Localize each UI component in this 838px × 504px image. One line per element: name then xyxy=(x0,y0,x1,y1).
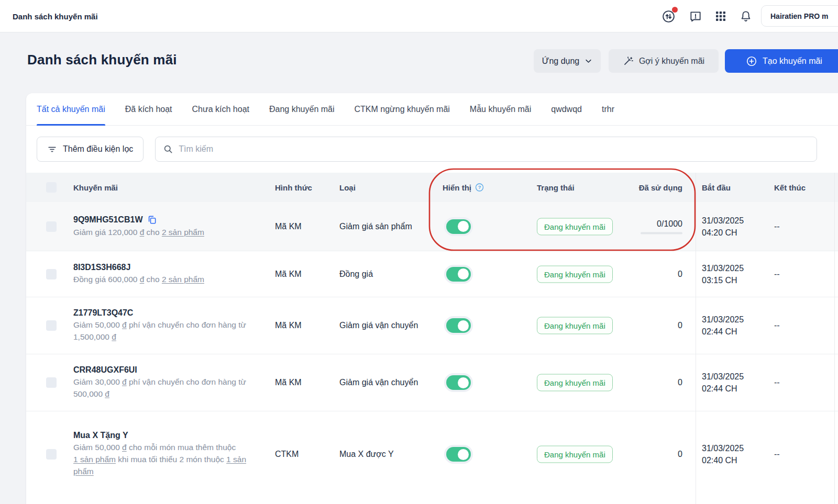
feedback-icon[interactable] xyxy=(687,8,704,25)
start-date: 31/03/2025 xyxy=(702,262,767,274)
status-badge: Đang khuyến mãi xyxy=(537,265,613,283)
magic-wand-icon xyxy=(623,55,634,66)
status-badge: Đang khuyến mãi xyxy=(537,374,613,391)
create-promotion-button[interactable]: Tạo khuyến mãi xyxy=(725,49,838,73)
desc-text: Giảm 50,000 xyxy=(73,320,122,329)
promo-code: 8I3D1S3H668J xyxy=(73,263,247,272)
form-cell: CTKM xyxy=(275,450,299,459)
start-cell: 31/03/202503:15 CH xyxy=(702,262,767,286)
pinned-column-divider xyxy=(696,173,696,504)
tab-bar: Tất cả khuyến mãiĐã kích hoạtChưa kích h… xyxy=(26,93,838,126)
tab-7[interactable]: trhr xyxy=(602,93,614,125)
start-time: 02:44 CH xyxy=(702,326,767,338)
sync-icon[interactable] xyxy=(660,8,677,25)
row-checkbox[interactable] xyxy=(46,320,57,331)
row-checkbox[interactable] xyxy=(46,377,57,388)
tab-0[interactable]: Tất cả khuyến mãi xyxy=(37,93,105,125)
copy-icon[interactable] xyxy=(147,215,157,225)
start-time: 02:40 CH xyxy=(702,454,767,466)
row-checkbox[interactable] xyxy=(46,449,57,460)
col-header-visible-label: Hiển thị xyxy=(443,183,471,192)
used-cell: 0 xyxy=(610,450,682,459)
desc-link[interactable]: 2 sản phẩm xyxy=(162,275,204,284)
used-value: 0 xyxy=(610,321,682,330)
visibility-toggle[interactable] xyxy=(446,219,471,234)
table-row: CRR48UGXF6UIGiảm 30,000 đ phí vận chuyển… xyxy=(26,354,838,411)
start-date: 31/03/2025 xyxy=(702,313,767,326)
visibility-toggle[interactable] xyxy=(446,267,471,282)
desc-link[interactable]: đ xyxy=(105,389,109,398)
topbar-title: Danh sách khuyến mãi xyxy=(13,12,98,20)
col-header-promo: Khuyến mãi xyxy=(73,183,118,192)
form-cell: Mã KM xyxy=(275,222,302,231)
start-cell: 31/03/202502:44 CH xyxy=(702,371,767,395)
col-header-visible: Hiển thị ? xyxy=(443,183,484,192)
table-right-divider xyxy=(834,173,835,504)
bell-icon[interactable] xyxy=(737,8,754,25)
tab-2[interactable]: Chưa kích hoạt xyxy=(192,93,249,125)
add-filter-button[interactable]: Thêm điều kiện lọc xyxy=(37,137,144,162)
desc-link[interactable]: đ xyxy=(140,228,145,237)
promo-cell: Mua X Tặng YGiảm 50,000 đ cho mỗi món mu… xyxy=(73,431,247,478)
tab-3[interactable]: Đang khuyến mãi xyxy=(269,93,335,125)
toggle-knob xyxy=(458,377,469,388)
visibility-cell xyxy=(446,219,471,234)
start-time: 04:20 CH xyxy=(702,227,767,239)
desc-link[interactable]: đ xyxy=(112,332,116,341)
tab-6[interactable]: qwdwqd xyxy=(551,93,582,125)
desc-text: Đồng giá 600,000 xyxy=(73,275,140,284)
row-checkbox[interactable] xyxy=(46,221,57,232)
svg-text:?: ? xyxy=(478,185,481,190)
row-checkbox[interactable] xyxy=(46,269,57,279)
start-cell: 31/03/202502:44 CH xyxy=(702,313,767,338)
select-all-checkbox[interactable] xyxy=(46,182,57,193)
account-button[interactable]: Hairatien PRO m xyxy=(761,5,838,27)
plus-circle-icon xyxy=(746,55,757,67)
used-progress-bar xyxy=(641,232,682,234)
tab-5[interactable]: Mẫu khuyến mãi xyxy=(470,93,531,125)
status-cell: Đang khuyến mãi xyxy=(537,265,613,283)
status-cell: Đang khuyến mãi xyxy=(537,446,613,463)
form-cell: Mã KM xyxy=(275,321,302,330)
desc-link[interactable]: 2 sản phẩm xyxy=(162,228,204,237)
promo-code: 9Q9MHG51CB1W xyxy=(73,215,247,225)
visibility-toggle[interactable] xyxy=(446,447,471,462)
used-value: 0 xyxy=(610,270,682,279)
desc-text: cho xyxy=(144,228,162,237)
promo-description: Giảm 50,000 đ cho mỗi món mua thêm thuộc… xyxy=(73,442,247,478)
col-header-start: Bắt đầu xyxy=(702,183,731,192)
table-body: 9Q9MHG51CB1WGiảm giá 120,000 đ cho 2 sản… xyxy=(26,202,838,497)
type-cell: Giảm giá sản phẩm xyxy=(339,222,434,231)
promo-cell: Z1779LT3Q47CGiảm 50,000 đ phí vận chuyển… xyxy=(73,308,247,343)
filter-row: Thêm điều kiện lọc xyxy=(26,126,838,173)
visibility-toggle[interactable] xyxy=(446,318,471,333)
status-cell: Đang khuyến mãi xyxy=(537,218,613,235)
desc-link[interactable]: đ xyxy=(122,320,127,329)
promo-code-text: Z1779LT3Q47C xyxy=(73,308,133,318)
visibility-toggle[interactable] xyxy=(446,375,471,390)
desc-text: cho mỗi món mua thêm thuộc xyxy=(127,443,236,452)
form-cell: Mã KM xyxy=(275,270,302,279)
type-cell: Giảm giá vận chuyển xyxy=(339,378,434,387)
col-header-used: Đã sử dụng xyxy=(610,183,682,192)
search-input[interactable] xyxy=(179,144,809,154)
desc-text: cho xyxy=(144,275,162,284)
start-cell: 31/03/202502:40 CH xyxy=(702,442,767,466)
status-badge: Đang khuyến mãi xyxy=(537,218,613,235)
add-filter-label: Thêm điều kiện lọc xyxy=(63,144,133,154)
desc-link[interactable]: 1 sản phẩm xyxy=(73,455,116,464)
start-cell: 31/03/202504:20 CH xyxy=(702,214,767,238)
help-icon[interactable]: ? xyxy=(475,183,484,192)
desc-link[interactable]: đ xyxy=(122,377,127,386)
desc-link[interactable]: đ xyxy=(122,443,127,452)
used-cell: 0 xyxy=(610,321,682,330)
promo-code-text: 8I3D1S3H668J xyxy=(73,263,130,272)
suggest-promotion-label: Gợi ý khuyến mãi xyxy=(639,57,704,66)
tab-1[interactable]: Đã kích hoạt xyxy=(125,93,172,125)
start-date: 31/03/2025 xyxy=(702,371,767,383)
apps-dropdown-button[interactable]: Ứng dụng xyxy=(534,49,601,73)
apps-grid-icon[interactable] xyxy=(712,8,729,25)
toggle-knob xyxy=(458,268,469,279)
suggest-promotion-button[interactable]: Gợi ý khuyến mãi xyxy=(609,49,719,73)
tab-4[interactable]: CTKM ngừng khuyến mãi xyxy=(355,93,450,125)
